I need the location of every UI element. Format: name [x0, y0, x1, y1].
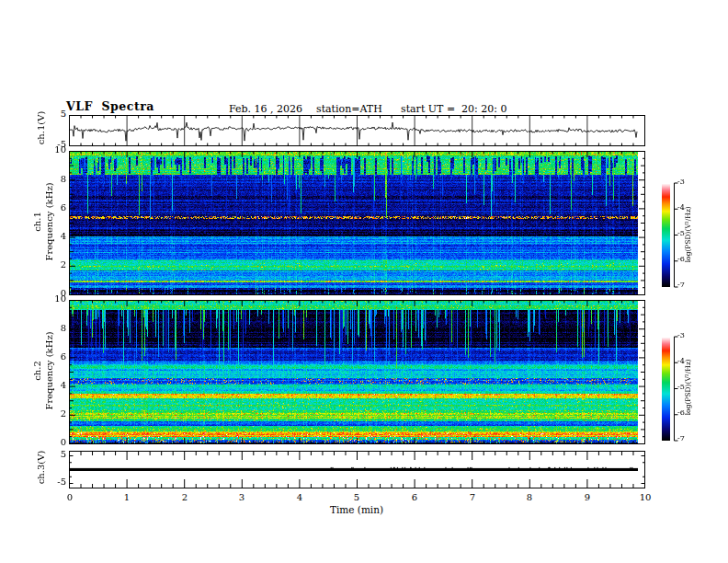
xtick-6: 6	[405, 493, 424, 502]
cbar2-axis-label: log(PSD)(V²/Hz)	[685, 337, 692, 438]
spec1-y-axis-label: Frequency (kHz)	[45, 176, 54, 268]
xtick-9: 9	[578, 493, 597, 502]
spec2-ytick-10: 10	[44, 294, 66, 304]
xtick-1: 1	[118, 493, 136, 502]
wave1-ytick-max: 5	[44, 109, 66, 119]
x-axis-label: Time (min)	[311, 505, 403, 515]
xtick-4: 4	[290, 493, 309, 502]
ch1-spectrogram	[69, 151, 645, 295]
cbar1-axis-label: log(PSD)(V²/Hz)	[685, 184, 692, 285]
xtick-8: 8	[520, 493, 539, 502]
page-title: VLF Spectra	[66, 101, 154, 113]
colorbar-ch1	[662, 182, 678, 289]
spec2-ytick-0: 0	[44, 438, 66, 447]
spec1-channel-label: ch.1	[33, 185, 42, 259]
xtick-0: 0	[61, 493, 79, 502]
spec2-y-axis-label: Frequency (kHz)	[45, 325, 54, 417]
xtick-10: 10	[636, 493, 654, 502]
xtick-7: 7	[463, 493, 482, 502]
wave3-ytick-min: -5	[44, 477, 66, 487]
xtick-3: 3	[233, 493, 251, 502]
vlf-spectra-figure: VLF Spectra Feb. 16 , 2026 station=ATH s…	[0, 0, 728, 563]
xtick-2: 2	[176, 493, 194, 502]
date-label: Feb. 16 , 2026	[229, 104, 302, 114]
ch1-voltage-waveform-plot	[69, 115, 645, 146]
spec1-ytick-10: 10	[44, 145, 66, 155]
xtick-5: 5	[347, 493, 366, 502]
ch2-spectrogram	[69, 300, 645, 444]
wave3-y-axis-label: ch.3(V)	[37, 431, 46, 504]
station-label: station=ATH	[316, 104, 382, 114]
ch3-voltage-waveform-plot	[69, 451, 645, 488]
wave1-y-axis-label: ch.1(V)	[37, 91, 46, 165]
spec2-channel-label: ch.2	[33, 334, 42, 408]
wave3-ytick-max: 5	[44, 450, 66, 459]
colorbar-ch2	[662, 336, 678, 442]
start-ut-label: start UT = 20: 20: 0	[401, 104, 507, 114]
